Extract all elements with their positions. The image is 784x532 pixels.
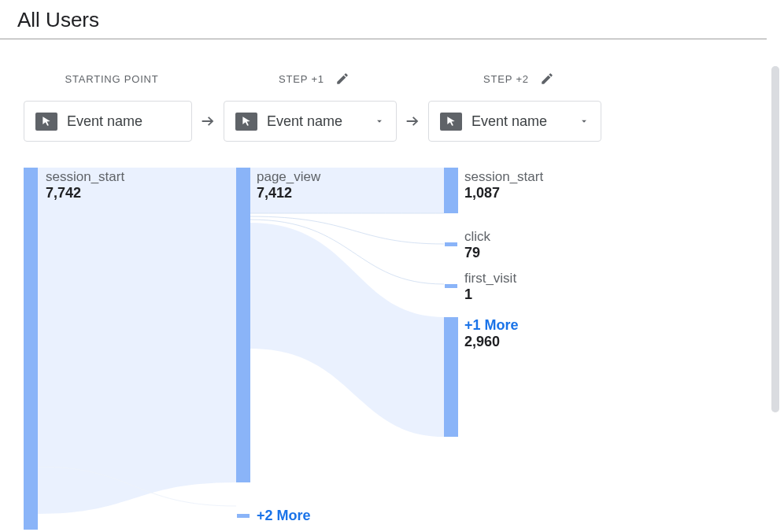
node-name: session_start — [46, 169, 124, 185]
node-bar[interactable] — [444, 168, 458, 213]
node-bar[interactable] — [24, 168, 38, 530]
step-header-start: STARTING POINT — [24, 63, 192, 94]
dimension-label: Event name — [267, 113, 342, 130]
chevron-down-icon — [579, 116, 590, 127]
chevron-down-icon — [374, 116, 385, 127]
step-header-1: STEP +1 — [224, 63, 397, 94]
node-label: session_start 1,087 — [464, 169, 543, 201]
step-column-1: STEP +1 Event name — [224, 63, 397, 142]
dimension-selector-start[interactable]: Event name — [24, 101, 192, 142]
page-title: All Users — [0, 0, 767, 39]
arrow-icon — [192, 101, 224, 142]
sankey-flows — [24, 168, 764, 530]
node-name: page_view — [257, 169, 320, 185]
cursor-icon — [235, 113, 257, 131]
cursor-icon — [440, 113, 462, 131]
dimension-label: Event name — [67, 113, 142, 130]
node-label: click 79 — [464, 229, 490, 260]
more-link[interactable]: +1 More — [464, 317, 519, 334]
node-value: 1,087 — [464, 185, 543, 201]
node-value: 79 — [464, 245, 490, 261]
node-name: session_start — [464, 169, 543, 185]
dimension-selector-step1[interactable]: Event name — [224, 101, 397, 142]
step-header-2: STEP +2 — [428, 63, 601, 94]
more-node[interactable]: +1 More 2,960 — [464, 317, 519, 349]
node-value: 7,742 — [46, 185, 124, 201]
node-bar-more[interactable] — [237, 514, 250, 518]
more-node[interactable]: +2 More — [257, 508, 311, 524]
step-header-label: STARTING POINT — [65, 73, 158, 85]
node-value: 7,412 — [257, 185, 320, 201]
step-header-label: STEP +2 — [483, 73, 529, 85]
scrollbar-thumb[interactable] — [771, 66, 779, 412]
node-bar[interactable] — [236, 168, 250, 482]
node-bar-more[interactable] — [444, 317, 458, 437]
sankey-chart: session_start 7,742 page_view 7,412 +2 M… — [24, 168, 764, 530]
dimension-selector-step2[interactable]: Event name — [428, 101, 601, 142]
step-column-start: STARTING POINT Event name — [24, 63, 192, 142]
node-value: 1 — [464, 286, 516, 303]
node-value: 2,960 — [464, 334, 519, 350]
node-bar[interactable] — [445, 284, 457, 288]
step-column-2: STEP +2 Event name — [428, 63, 601, 142]
step-header-label: STEP +1 — [279, 73, 324, 85]
dimension-label: Event name — [472, 113, 547, 130]
arrow-icon — [397, 101, 428, 142]
node-label: page_view 7,412 — [257, 169, 320, 201]
node-label: session_start 7,742 — [46, 169, 124, 201]
scrollbar[interactable] — [771, 66, 779, 412]
node-bar[interactable] — [445, 242, 457, 246]
node-label: first_visit 1 — [464, 271, 516, 302]
node-name: click — [464, 229, 490, 245]
cursor-icon — [35, 113, 57, 131]
edit-icon[interactable] — [540, 72, 554, 86]
more-link[interactable]: +2 More — [257, 508, 311, 524]
node-name: first_visit — [464, 271, 516, 286]
edit-icon[interactable] — [335, 72, 349, 86]
path-explorer: STARTING POINT Event name STEP +1 Event … — [0, 39, 784, 142]
